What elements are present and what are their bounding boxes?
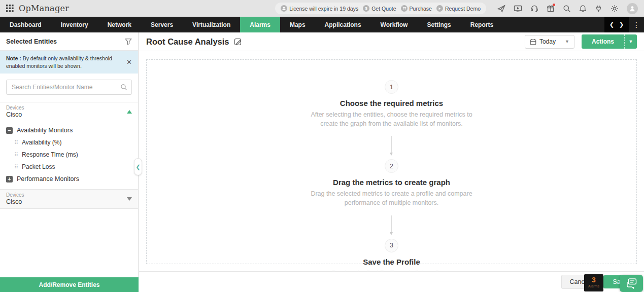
main-navigation: Dashboard Inventory Network Servers Virt… [0,17,644,32]
gift-notification-dot [553,4,555,6]
device-group-cisco-expanded[interactable]: Devices Cisco [0,102,138,121]
get-quote-link[interactable]: $ Get Quote [363,5,396,12]
search-icon[interactable] [563,5,571,13]
calendar-icon [530,39,536,45]
drag-handle-icon: ⠿ [14,152,18,158]
nav-tab-maps[interactable]: Maps [280,17,315,32]
tree-item-label: Response Time (ms) [22,151,78,158]
dollar-icon: $ [363,5,369,12]
actions-split-button[interactable]: Actions ▼ [582,34,637,49]
tree-group-label: Performance Monitors [17,175,79,182]
note-label: Note : [6,55,21,61]
tree-item-label: Packet Loss [22,163,55,170]
license-icon [281,5,287,12]
step-3-number: 3 [385,239,398,252]
step-3-title: Save the Profile [363,258,420,266]
device-group-name: Cisco [6,111,125,118]
opmanager-screen: OpManager License will expire in 19 days… [0,0,644,292]
collapse-triangle-icon[interactable] [127,110,132,114]
drag-handle-icon: ⠿ [14,140,18,145]
monitor-tree: − Availability Monitors ⠿ Availability (… [0,121,138,189]
expand-triangle-icon[interactable] [127,197,132,201]
tree-group-performance-monitors[interactable]: + Performance Monitors [0,173,138,185]
launch-icon[interactable] [497,5,505,13]
tree-group-label: Availability Monitors [17,127,73,134]
add-remove-entities-button[interactable]: Add/Remove Entities [0,277,139,292]
notifications-bell-icon[interactable] [579,5,587,13]
tree-item-label: Availability (%) [22,139,61,146]
down-arrow-connector [391,136,392,153]
user-avatar[interactable] [627,3,638,14]
step-1-number: 1 [385,80,398,94]
app-grid-icon[interactable] [6,5,14,12]
chevron-left-icon[interactable]: ❮ [609,21,614,28]
tree-group-availability-monitors[interactable]: − Availability Monitors [0,124,138,136]
nav-tab-servers[interactable]: Servers [141,17,183,32]
alarms-label: Alarms [584,284,603,288]
topbar-right-cluster: License will expire in 19 days $ Get Quo… [275,3,638,14]
nav-tab-network[interactable]: Network [98,17,141,32]
sidebar-title: Selected Entities [6,38,57,45]
chevron-down-icon: ▼ [565,39,569,44]
nav-tab-inventory[interactable]: Inventory [51,17,98,32]
live-chat-widget[interactable] [620,275,643,292]
tree-item-packet-loss[interactable]: ⠿ Packet Loss [0,161,138,173]
license-banner: License will expire in 19 days $ Get Quo… [275,3,486,14]
device-group-name: Cisco [6,198,125,205]
actions-button-label[interactable]: Actions [582,34,624,49]
nav-more-menu-icon[interactable]: ⋮ [629,17,644,32]
edit-title-icon[interactable] [234,38,242,46]
gift-icon[interactable] [547,5,555,13]
down-arrow-connector [391,215,392,233]
date-range-dropdown[interactable]: Today ▼ [525,35,574,49]
step-2-number: 2 [385,159,398,173]
onboarding-steps: 1 Choose the required metrics After sele… [147,60,636,278]
demo-video-icon[interactable] [514,5,522,13]
nav-tab-workflow[interactable]: Workflow [371,17,418,32]
alarms-count: 3 [584,276,603,284]
search-input[interactable] [6,80,132,95]
license-expiry-status: License will expire in 19 days [281,5,358,12]
step-1-description: After selecting the entities, choose the… [303,110,481,128]
collapse-minus-icon[interactable]: − [6,127,13,134]
tree-item-availability[interactable]: ⠿ Availability (%) [0,136,138,149]
request-demo-link[interactable]: Request Demo [436,5,481,12]
expand-plus-icon[interactable]: + [6,176,13,182]
step-2-description: Drag the selected metrics to create a pr… [303,189,481,207]
plug-icon[interactable] [595,5,602,13]
step-2-title: Drag the metrics to create graph [333,178,450,187]
footer-action-bar: Cancel Save 3 Alarms [139,271,644,292]
tree-item-response-time[interactable]: ⠿ Response Time (ms) [0,149,138,161]
header-controls: Today ▼ Actions ▼ [525,34,637,49]
nav-tab-alarms[interactable]: Alarms [240,17,280,32]
selected-entities-sidebar: Selected Entities Note : By default only… [0,32,139,292]
note-text: Note : By default only availability & th… [6,55,121,69]
metric-dropzone[interactable]: 1 Choose the required metrics After sele… [146,59,637,264]
actions-dropdown-caret[interactable]: ▼ [624,34,637,49]
nav-tab-settings[interactable]: Settings [417,17,460,32]
purchase-link[interactable]: Purchase [401,5,432,12]
support-headset-icon[interactable] [530,5,538,13]
cart-icon [401,5,408,12]
sidebar-collapse-handle[interactable]: ❮ [134,158,142,175]
entity-search [6,80,132,95]
profile-canvas: 1 Choose the required metrics After sele… [139,51,644,271]
nav-scroll-arrows[interactable]: ❮ ❯ [604,17,629,32]
main-header: Root Cause Analysis Today ▼ Actions ▼ [139,32,644,51]
drag-handle-icon: ⠿ [14,164,18,170]
search-icon[interactable] [120,84,127,91]
note-close-icon[interactable]: ✕ [125,58,133,66]
top-header-bar: OpManager License will expire in 19 days… [0,0,644,17]
settings-gear-icon[interactable] [611,5,619,13]
nav-tab-virtualization[interactable]: Virtualization [183,17,240,32]
chevron-right-icon[interactable]: ❯ [619,21,624,28]
alarms-count-badge[interactable]: 3 Alarms [584,274,603,291]
nav-tab-applications[interactable]: Applications [315,17,371,32]
nav-tab-dashboard[interactable]: Dashboard [0,17,51,32]
nav-tab-reports[interactable]: Reports [461,17,503,32]
date-range-value: Today [539,38,556,45]
device-group-type: Devices [6,105,125,111]
device-group-cisco-collapsed[interactable]: Devices Cisco [0,189,138,209]
step-1-title: Choose the required metrics [340,99,443,107]
filter-icon[interactable] [125,38,132,45]
